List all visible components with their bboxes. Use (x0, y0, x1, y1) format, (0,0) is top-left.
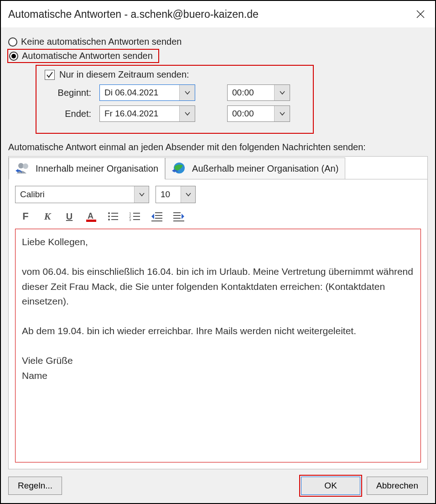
begin-time-combo[interactable]: 00:00 (227, 84, 290, 101)
svg-marker-28 (182, 214, 184, 219)
tab-outside-label: Außerhalb meiner Organisation (An) (192, 163, 338, 174)
font-color-icon: A (85, 210, 97, 222)
chevron-down-icon (279, 111, 285, 116)
window-title: Automatische Antworten - a.schenk@buero-… (8, 8, 412, 21)
dialog-footer: Regeln... OK Abbrechen (1, 474, 435, 503)
begin-time-value: 00:00 (228, 85, 274, 100)
close-icon (416, 10, 425, 19)
tabs-container: Innerhalb meiner Organisation Außerhalb … (8, 156, 428, 469)
chevron-down-icon (185, 192, 192, 197)
begin-date-dropdown[interactable] (179, 85, 195, 100)
tab-body: Calibri 10 F K U (9, 179, 427, 469)
format-toolbar: F K U A (15, 209, 421, 229)
svg-rect-6 (86, 220, 96, 222)
svg-point-3 (23, 163, 28, 169)
svg-text:A: A (88, 211, 93, 220)
tabstrip: Innerhalb meiner Organisation Außerhalb … (9, 157, 427, 179)
radio-on-icon (9, 52, 18, 61)
svg-rect-12 (111, 219, 118, 220)
underline-button[interactable]: U (62, 210, 76, 223)
only-in-range-row[interactable]: Nur in diesem Zeitraum senden: (45, 69, 305, 80)
svg-rect-24 (173, 212, 181, 213)
end-label: Endet: (45, 109, 99, 119)
begin-date-combo[interactable]: Di 06.04.2021 (99, 84, 195, 101)
fontsize-value: 10 (156, 186, 181, 203)
begin-row: Beginnt: Di 06.04.2021 00:00 (45, 84, 305, 101)
end-time-value: 00:00 (228, 106, 274, 121)
svg-rect-22 (151, 220, 162, 221)
svg-rect-19 (155, 212, 162, 213)
dialog-automatic-replies: Automatische Antworten - a.schenk@buero-… (0, 0, 436, 504)
outdent-icon (151, 211, 163, 222)
svg-text:3: 3 (129, 218, 131, 222)
radio-off-icon (8, 37, 17, 47)
only-in-range-checkbox[interactable] (45, 70, 55, 80)
cancel-button[interactable]: Abbrechen (367, 477, 428, 495)
svg-rect-10 (111, 216, 118, 217)
font-select[interactable]: Calibri (15, 186, 149, 203)
svg-rect-20 (155, 215, 162, 216)
radio-on-label: Automatische Antworten senden (22, 51, 153, 61)
chevron-down-icon (279, 90, 285, 95)
begin-date-value: Di 06.04.2021 (100, 85, 179, 100)
numbered-list-icon: 1 2 3 (129, 211, 141, 222)
radio-on-row[interactable]: Automatische Antworten senden (7, 49, 159, 63)
svg-rect-26 (173, 218, 181, 219)
svg-rect-27 (173, 220, 184, 221)
numbered-list-button[interactable]: 1 2 3 (128, 210, 142, 223)
italic-button[interactable]: K (41, 210, 54, 223)
radio-off-label: Keine automatischen Antworten senden (21, 37, 182, 47)
indent-icon (172, 211, 185, 222)
svg-rect-14 (133, 213, 140, 214)
only-in-range-label: Nur in diesem Zeitraum senden: (59, 69, 189, 80)
svg-rect-21 (155, 218, 162, 219)
svg-point-7 (108, 212, 110, 214)
bold-button[interactable]: F (19, 210, 32, 223)
end-time-combo[interactable]: 00:00 (227, 105, 290, 122)
end-time-dropdown[interactable] (274, 106, 290, 121)
outdent-button[interactable] (150, 210, 164, 223)
font-value: Calibri (16, 186, 134, 203)
svg-rect-8 (111, 213, 118, 214)
globe-reply-icon (172, 162, 188, 175)
instruction-text: Automatische Antwort einmal an jeden Abs… (8, 142, 428, 152)
tab-inside-label: Innerhalb meiner Organisation (36, 163, 158, 174)
begin-time-dropdown[interactable] (274, 85, 290, 100)
chevron-down-icon (184, 111, 191, 116)
end-row: Endet: Fr 16.04.2021 00:00 (45, 105, 305, 122)
people-reply-icon (16, 162, 32, 175)
end-date-combo[interactable]: Fr 16.04.2021 (99, 105, 195, 122)
bullet-list-icon (107, 211, 119, 222)
end-date-dropdown[interactable] (179, 106, 195, 121)
end-date-value: Fr 16.04.2021 (100, 106, 179, 121)
bullet-list-button[interactable] (106, 210, 120, 223)
message-editor[interactable]: Liebe Kollegen, vom 06.04. bis einschlie… (15, 229, 421, 462)
svg-marker-23 (151, 214, 154, 219)
svg-rect-25 (173, 215, 181, 216)
rules-button[interactable]: Regeln... (8, 477, 62, 495)
close-button[interactable] (412, 8, 429, 21)
svg-rect-16 (133, 216, 140, 217)
tab-inside-org[interactable]: Innerhalb meiner Organisation (9, 158, 165, 179)
time-range-box: Nur in diesem Zeitraum senden: Beginnt: … (36, 65, 314, 134)
indent-button[interactable] (172, 210, 186, 223)
svg-rect-18 (133, 219, 140, 220)
chevron-down-icon (184, 90, 191, 95)
chevron-down-icon (139, 192, 145, 197)
ok-button[interactable]: OK (301, 477, 360, 495)
radio-off-row[interactable]: Keine automatischen Antworten senden (8, 35, 428, 49)
begin-label: Beginnt: (45, 88, 99, 98)
font-dropdown[interactable] (134, 186, 149, 203)
font-color-button[interactable]: A (84, 210, 98, 223)
svg-point-11 (108, 219, 110, 220)
check-icon (46, 71, 54, 79)
fontsize-dropdown[interactable] (181, 186, 195, 203)
tab-outside-org[interactable]: Außerhalb meiner Organisation (An) (165, 158, 345, 179)
fontsize-select[interactable]: 10 (156, 186, 196, 203)
svg-point-9 (108, 215, 110, 217)
titlebar: Automatische Antworten - a.schenk@buero-… (1, 1, 435, 27)
